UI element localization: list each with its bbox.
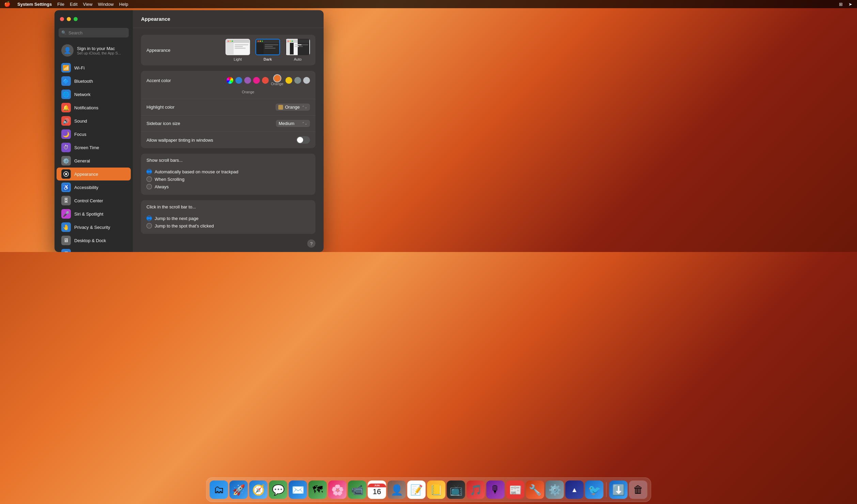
wallpaper-tinting-row: Allow wallpaper tinting in windows: [141, 132, 315, 148]
highlight-color-chevron-icon: ⌃⌄: [302, 105, 307, 109]
minimize-button[interactable]: [67, 17, 71, 21]
menu-window[interactable]: Window: [98, 2, 113, 7]
scrollbars-always-label: Always: [155, 184, 169, 189]
sidebar-icon-size-label: Sidebar icon size: [146, 121, 276, 126]
content-titlebar: Appearance: [133, 10, 324, 28]
accent-swatch-red[interactable]: [262, 77, 269, 84]
scrollbars-scrolling-radio[interactable]: [146, 176, 152, 182]
sidebar-item-profile[interactable]: 👤 Sign in to your Mac Set up iCloud, the…: [57, 42, 131, 59]
sidebar-label-network: Network: [74, 92, 91, 97]
sidebar-item-focus[interactable]: 🌙 Focus: [57, 128, 131, 141]
appearance-option-auto[interactable]: Auto: [285, 39, 310, 61]
click-scrollbar-section: Click in the scroll bar to... Jump to th…: [141, 200, 315, 234]
accent-swatch-pink[interactable]: [253, 77, 260, 84]
accent-swatch-yellow[interactable]: [285, 77, 292, 84]
click-scrollbar-radio-group: Jump to the next page Jump to the spot t…: [146, 214, 310, 230]
menu-file[interactable]: File: [57, 2, 64, 7]
screentime-icon: ⏱: [61, 143, 71, 152]
apple-menu-icon[interactable]: 🍎: [4, 1, 11, 7]
accent-highlight-section: Accent color: [141, 71, 315, 148]
menu-view[interactable]: View: [83, 2, 93, 7]
menu-bar: 🍎 System Settings File Edit View Window …: [0, 0, 429, 8]
sidebar-item-appearance[interactable]: Appearance: [57, 168, 131, 180]
sidebar-item-desktop[interactable]: 🖥 Desktop & Dock: [57, 234, 131, 247]
sidebar-icon-size-value: Medium: [279, 121, 294, 126]
scrollbars-option-auto[interactable]: Automatically based on mouse or trackpad: [146, 169, 310, 174]
appearance-options: Light: [225, 39, 310, 61]
sidebar-item-general[interactable]: ⚙️ General: [57, 154, 131, 167]
highlight-color-dropdown[interactable]: Orange ⌃⌄: [276, 104, 310, 111]
close-button[interactable]: [60, 17, 64, 21]
click-scrollbar-option-spot[interactable]: Jump to the spot that's clicked: [146, 223, 310, 229]
accent-swatch-gray[interactable]: [294, 77, 301, 84]
svg-point-1: [65, 173, 67, 175]
maximize-button[interactable]: [74, 17, 78, 21]
sidebar-label-displays: Displays: [74, 251, 91, 252]
sidebar-label-siri: Siri & Spotlight: [74, 211, 103, 217]
sidebar-icon-size-dropdown[interactable]: Medium ⌃⌄: [276, 120, 310, 127]
sidebar-item-accessibility[interactable]: ♿ Accessibility: [57, 181, 131, 194]
menu-help[interactable]: Help: [119, 2, 128, 7]
accent-swatch-silver[interactable]: [303, 77, 310, 84]
sidebar-item-displays[interactable]: 🖥 Displays: [57, 247, 131, 252]
appearance-label-auto: Auto: [294, 57, 302, 61]
general-icon: ⚙️: [61, 156, 71, 166]
scrollbars-option-scrolling[interactable]: When Scrolling: [146, 176, 310, 182]
menu-system-settings[interactable]: System Settings: [17, 2, 52, 7]
sound-icon: 🔊: [61, 116, 71, 126]
sidebar-item-privacy[interactable]: 🤚 Privacy & Security: [57, 221, 131, 234]
displays-icon: 🖥: [61, 249, 71, 252]
accent-swatch-orange[interactable]: [274, 75, 281, 82]
scrollbars-option-always[interactable]: Always: [146, 184, 310, 189]
appearance-section: Appearance: [141, 35, 315, 65]
sidebar-content: 👤 Sign in to your Mac Set up iCloud, the…: [54, 40, 133, 252]
search-input[interactable]: [68, 30, 126, 35]
accent-swatch-blue[interactable]: [235, 77, 242, 84]
click-scrollbar-spot-radio[interactable]: [146, 223, 152, 229]
sidebar-label-desktop: Desktop & Dock: [74, 238, 106, 243]
profile-title: Sign in to your Mac: [77, 46, 121, 51]
scrollbars-auto-radio[interactable]: [146, 169, 152, 174]
sidebar-label-focus: Focus: [74, 132, 86, 137]
click-scrollbar-option-next[interactable]: Jump to the next page: [146, 216, 310, 221]
appearance-option-dark[interactable]: Dark: [255, 39, 280, 61]
sidebar-item-siri[interactable]: 🎤 Siri & Spotlight: [57, 207, 131, 220]
appearance-label: Appearance: [146, 48, 225, 53]
sidebar-label-bluetooth: Bluetooth: [74, 79, 93, 84]
help-button[interactable]: ?: [307, 239, 315, 248]
click-scrollbar-next-radio[interactable]: [146, 216, 152, 221]
content-body: Appearance: [133, 28, 324, 252]
appearance-option-light[interactable]: Light: [225, 39, 250, 61]
wallpaper-tinting-toggle[interactable]: [296, 136, 310, 144]
sidebar-label-general: General: [74, 158, 90, 163]
appearance-thumb-auto: [285, 39, 310, 55]
sidebar-item-bluetooth[interactable]: 🔷 Bluetooth: [57, 75, 131, 88]
scrollbars-scrolling-label: When Scrolling: [155, 177, 184, 182]
siri-icon: 🎤: [61, 209, 71, 219]
accent-colors-swatches: Orange: [227, 75, 310, 86]
page-title: Appearance: [141, 16, 170, 22]
scrollbars-always-radio[interactable]: [146, 184, 152, 189]
sidebar-icon-size-chevron-icon: ⌃⌄: [302, 122, 307, 125]
scrollbars-section: Show scroll bars... Automatically based …: [141, 154, 315, 195]
highlight-color-swatch: [278, 105, 283, 110]
appearance-label-light: Light: [234, 57, 242, 61]
click-scrollbar-next-label: Jump to the next page: [155, 216, 199, 221]
sidebar-item-sound[interactable]: 🔊 Sound: [57, 114, 131, 127]
menu-edit[interactable]: Edit: [70, 2, 77, 7]
sidebar-item-screentime[interactable]: ⏱ Screen Time: [57, 141, 131, 154]
show-scrollbars-radio-group: Automatically based on mouse or trackpad…: [146, 168, 310, 191]
click-scrollbar-spot-label: Jump to the spot that's clicked: [155, 223, 214, 229]
sidebar-titlebar: [54, 10, 133, 28]
sidebar: 🔍 👤 Sign in to your Mac Set up iCloud, t…: [54, 10, 133, 252]
accent-swatch-multicolor[interactable]: [227, 77, 233, 84]
accent-swatch-purple[interactable]: [244, 77, 251, 84]
show-scrollbars-label: Show scroll bars...: [146, 158, 310, 163]
search-bar[interactable]: 🔍: [59, 28, 129, 37]
sidebar-item-wifi[interactable]: 📶 Wi-Fi: [57, 61, 131, 74]
sidebar-item-controlcenter[interactable]: 🎛 Control Center: [57, 194, 131, 207]
accessibility-icon: ♿: [61, 183, 71, 192]
sidebar-item-notifications[interactable]: 🔔 Notifications: [57, 101, 131, 114]
appearance-row: Appearance: [141, 35, 315, 65]
sidebar-item-network[interactable]: 🌐 Network: [57, 88, 131, 101]
